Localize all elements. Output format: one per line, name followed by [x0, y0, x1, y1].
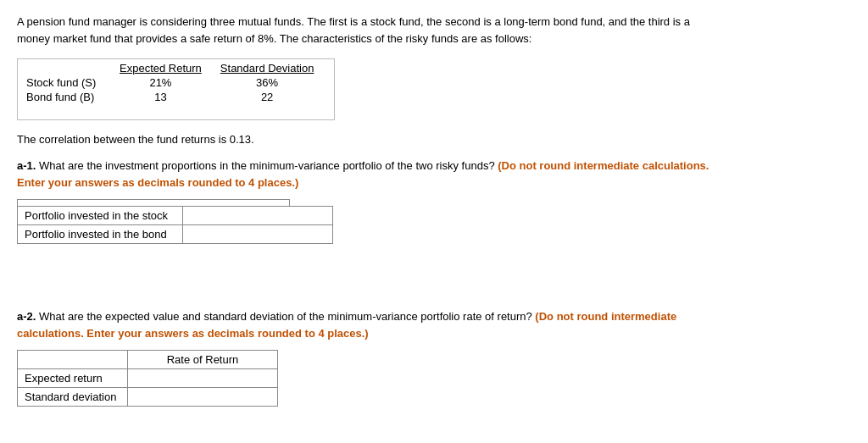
- fund-label-bond: Bond fund (B): [23, 90, 116, 104]
- std-deviation-input[interactable]: [128, 388, 277, 406]
- expected-return-input-cell[interactable]: [128, 369, 278, 388]
- table-row: Stock fund (S) 21% 36%: [23, 75, 329, 90]
- a1-table: Portfolio invested in the stock Portfoli…: [17, 206, 333, 244]
- bond-std-dev: 22: [217, 90, 330, 104]
- portfolio-stock-label: Portfolio invested in the stock: [18, 207, 183, 225]
- expected-return-label: Expected return: [18, 369, 128, 388]
- stock-std-dev: 36%: [217, 75, 330, 90]
- portfolio-bond-input[interactable]: [183, 225, 332, 243]
- portfolio-stock-input[interactable]: [183, 207, 332, 224]
- question-a2-block: a-2. What are the expected value and sta…: [17, 308, 851, 407]
- table-row: Expected return: [18, 369, 278, 388]
- correlation-text: The correlation between the fund returns…: [17, 133, 851, 146]
- question-a2-label: a-2.: [17, 310, 36, 323]
- std-dev-header: Standard Deviation: [217, 61, 330, 75]
- a1-answer-area: Portfolio invested in the stock Portfoli…: [17, 199, 851, 244]
- portfolio-bond-label: Portfolio invested in the bond: [18, 225, 183, 244]
- portfolio-stock-input-cell[interactable]: [183, 207, 333, 225]
- question-a1-block: a-1. What are the investment proportions…: [17, 158, 851, 244]
- table-row: Portfolio invested in the stock: [18, 207, 333, 225]
- bond-expected-return: 13: [116, 90, 217, 104]
- funds-table-container: Expected Return Standard Deviation Stock…: [17, 58, 335, 120]
- a2-empty-header: [18, 351, 128, 369]
- portfolio-bond-input-cell[interactable]: [183, 225, 333, 244]
- table-row: Standard deviation: [18, 388, 278, 407]
- std-deviation-input-cell[interactable]: [128, 388, 278, 407]
- intro-paragraph: A pension fund manager is considering th…: [17, 14, 712, 47]
- question-a1-text: a-1. What are the investment proportions…: [17, 158, 712, 191]
- a2-table: Rate of Return Expected return Standard …: [17, 350, 278, 407]
- expected-return-header: Expected Return: [116, 61, 217, 75]
- stock-expected-return: 21%: [116, 75, 217, 90]
- table-row: Bond fund (B) 13 22: [23, 90, 329, 104]
- a1-top-border: [17, 199, 290, 206]
- spacer-between-questions: [17, 257, 851, 308]
- rate-of-return-header: Rate of Return: [128, 351, 278, 369]
- question-a1-body: What are the investment proportions in t…: [39, 159, 498, 172]
- std-deviation-label: Standard deviation: [18, 388, 128, 407]
- a2-header-row: Rate of Return: [18, 351, 278, 369]
- funds-table: Expected Return Standard Deviation Stock…: [23, 61, 329, 104]
- question-a1-label: a-1.: [17, 159, 36, 172]
- a2-answer-area: Rate of Return Expected return Standard …: [17, 350, 851, 407]
- question-a2-body: What are the expected value and standard…: [39, 310, 535, 323]
- fund-label-stock: Stock fund (S): [23, 75, 116, 90]
- question-a2-text: a-2. What are the expected value and sta…: [17, 308, 712, 341]
- expected-return-input[interactable]: [128, 369, 277, 387]
- table-row: Portfolio invested in the bond: [18, 225, 333, 244]
